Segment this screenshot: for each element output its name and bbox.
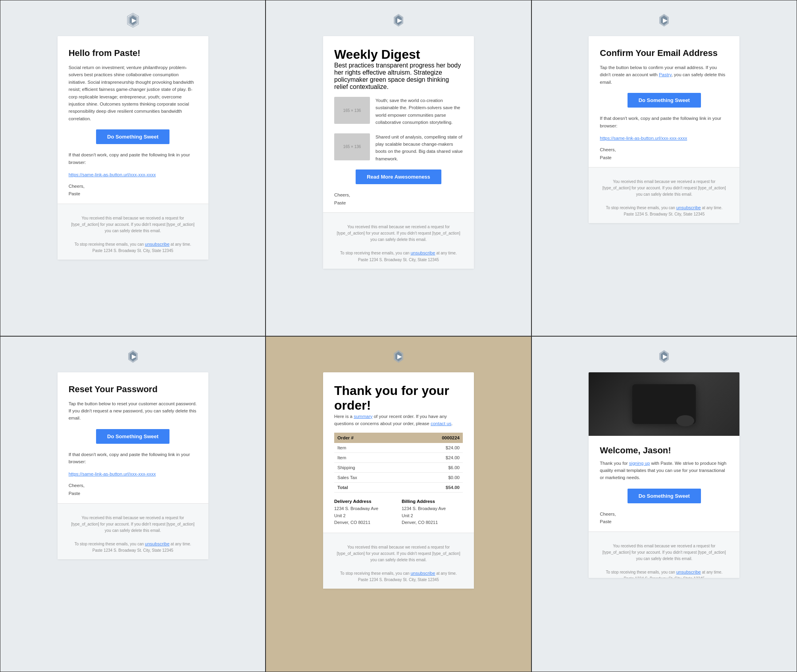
digest-thumbnail-2: 165 × 136 xyxy=(334,133,370,160)
paste-logo-3: ▶ xyxy=(656,12,672,28)
action-link[interactable]: https://same-link-as-button.url/xxx-xxx-… xyxy=(69,472,156,476)
billing-address-text: 1234 S. Broadway AveUnit 2Denver, CO 802… xyxy=(402,505,463,526)
delivery-heading: Delivery Address xyxy=(334,499,395,504)
digest-item-2: 165 × 136 Shared unit of analysis, compe… xyxy=(334,133,463,163)
paste-logo: ▶ xyxy=(125,12,141,28)
billing-address: Billing Address 1234 S. Broadway AveUnit… xyxy=(402,499,463,526)
delivery-address-text: 1234 S. Broadway AveUnit 2Denver, CO 802… xyxy=(334,505,395,526)
summary-link[interactable]: summary xyxy=(354,414,372,419)
card-title: Welcome, Jason! xyxy=(600,445,728,456)
card-title: Hello from Paste! xyxy=(69,48,197,58)
svg-text:▶: ▶ xyxy=(132,17,137,23)
cell-welcome-jason: ▶ Welcome, Jason! Thank you for signing … xyxy=(531,336,797,672)
digest-item-1: 165 × 136 Youth; save the world co-creat… xyxy=(334,97,463,126)
email-card-reset: Reset Your Password Tap the button below… xyxy=(58,372,208,559)
order-number-value: 0000224 xyxy=(401,433,463,443)
salutation: Cheers,Paste xyxy=(600,510,728,526)
svg-text:▶: ▶ xyxy=(663,17,668,23)
cta-button[interactable]: Do Something Sweet xyxy=(96,429,169,444)
email-card-digest: Weekly Digest Best practices transparent… xyxy=(323,36,474,269)
footer-notice: You received this email because we recei… xyxy=(600,179,728,218)
email-card-welcome: Welcome, Jason! Thank you for signing up… xyxy=(589,372,739,578)
table-row: Item $24.00 xyxy=(334,453,463,463)
paste-logo-4: ▶ xyxy=(125,349,141,364)
card-title: Confirm Your Email Address xyxy=(600,48,728,58)
digest-item-text-1: Youth; save the world co-creation sustai… xyxy=(375,97,463,126)
action-link[interactable]: https://same-link-as-button.url/xxx-xxx-… xyxy=(69,172,156,177)
email-card-confirm: Confirm Your Email Address Tap the butto… xyxy=(589,36,739,223)
paste-logo-5: ▶ xyxy=(391,349,406,364)
billing-heading: Billing Address xyxy=(402,499,463,504)
svg-text:▶: ▶ xyxy=(132,353,137,360)
footer-notice: You received this email because we recei… xyxy=(69,515,197,554)
cta-button[interactable]: Read More Awesomeness xyxy=(356,169,441,184)
footer-notice: You received this email because we recei… xyxy=(69,215,197,254)
card-body: Tap the button below to reset your custo… xyxy=(69,400,197,422)
salutation: Cheers,Paste xyxy=(600,146,728,162)
cta-button[interactable]: Do Something Sweet xyxy=(628,93,701,108)
table-row: Item $24.00 xyxy=(334,443,463,453)
cell-confirm-email: ▶ Confirm Your Email Address Tap the but… xyxy=(531,0,797,336)
svg-text:▶: ▶ xyxy=(397,353,402,360)
unsubscribe-link[interactable]: unsubscribe xyxy=(410,250,435,255)
footer-notice: You received this email because we recei… xyxy=(334,224,463,263)
order-number-header: Order # xyxy=(334,433,401,443)
email-card-order: Thank you for your order! Here is a summ… xyxy=(323,372,474,589)
action-link[interactable]: https://same-link-as-button.url/xxx-xxx-… xyxy=(600,136,687,141)
digest-thumbnail-1: 165 × 136 xyxy=(334,97,370,124)
card-body: Thank you for signing up with Paste. We … xyxy=(600,460,728,481)
svg-text:▶: ▶ xyxy=(663,353,668,360)
unsubscribe-link[interactable]: unsubscribe xyxy=(410,571,435,576)
hero-image xyxy=(589,372,739,436)
cell-thank-you-order: ▶ Thank you for your order! Here is a su… xyxy=(266,336,531,672)
cell-reset-password: ▶ Reset Your Password Tap the button bel… xyxy=(0,336,266,672)
card-title: Weekly Digest xyxy=(334,47,463,62)
footer-notice: You received this email because we recei… xyxy=(334,544,463,583)
unsubscribe-link[interactable]: unsubscribe xyxy=(145,242,169,246)
signing-up-link[interactable]: signing up xyxy=(629,461,650,466)
unsubscribe-link[interactable]: unsubscribe xyxy=(145,541,169,546)
cell-weekly-digest: ▶ Weekly Digest Best practices transpare… xyxy=(266,0,531,336)
card-intro: Best practices transparent progress her … xyxy=(334,62,463,90)
svg-text:▶: ▶ xyxy=(397,17,402,23)
delivery-address: Delivery Address 1234 S. Broadway AveUni… xyxy=(334,499,395,526)
address-section: Delivery Address 1234 S. Broadway AveUni… xyxy=(334,499,463,526)
salutation: Cheers,Paste xyxy=(334,191,463,207)
footer-notice: You received this email because we recei… xyxy=(600,543,728,578)
salutation: Cheers,Paste xyxy=(69,183,197,198)
cell-hello-from-paste: ▶ Hello from Paste! Social return on inv… xyxy=(0,0,266,336)
table-row-total: Total $54.00 xyxy=(334,483,463,493)
card-intro: Here is a summary of your recent order. … xyxy=(334,413,463,427)
contact-link[interactable]: contact us xyxy=(431,421,451,426)
table-row: Shipping $6.00 xyxy=(334,463,463,473)
unsubscribe-link[interactable]: unsubscribe xyxy=(676,205,701,210)
unsubscribe-link[interactable]: unsubscribe xyxy=(676,570,701,574)
card-title: Thank you for your order! xyxy=(334,383,463,413)
paste-logo-6: ▶ xyxy=(656,349,672,364)
link-prefix: If that doesn't work, copy and paste the… xyxy=(600,115,728,129)
paste-logo-2: ▶ xyxy=(391,12,406,28)
cta-button[interactable]: Do Something Sweet xyxy=(96,129,169,144)
email-card-hello: Hello from Paste! Social return on inves… xyxy=(58,36,208,260)
digest-item-text-2: Shared unit of analysis, compelling stat… xyxy=(375,133,463,163)
card-title: Reset Your Password xyxy=(69,384,197,395)
card-body: Social return on investment; venture phi… xyxy=(69,64,197,122)
link-prefix: If that doesn't work, copy and paste the… xyxy=(69,451,197,466)
cta-button[interactable]: Do Something Sweet xyxy=(628,489,701,503)
pastry-link[interactable]: Pastry xyxy=(659,72,672,77)
salutation: Cheers,Paste xyxy=(69,482,197,497)
order-table: Order # 0000224 Item $24.00 Item $24.00 … xyxy=(334,433,463,493)
card-body: Tap the button below to confirm your ema… xyxy=(600,64,728,86)
link-prefix: If that doesn't work, copy and paste the… xyxy=(69,151,197,166)
table-row: Sales Tax $0.00 xyxy=(334,473,463,483)
